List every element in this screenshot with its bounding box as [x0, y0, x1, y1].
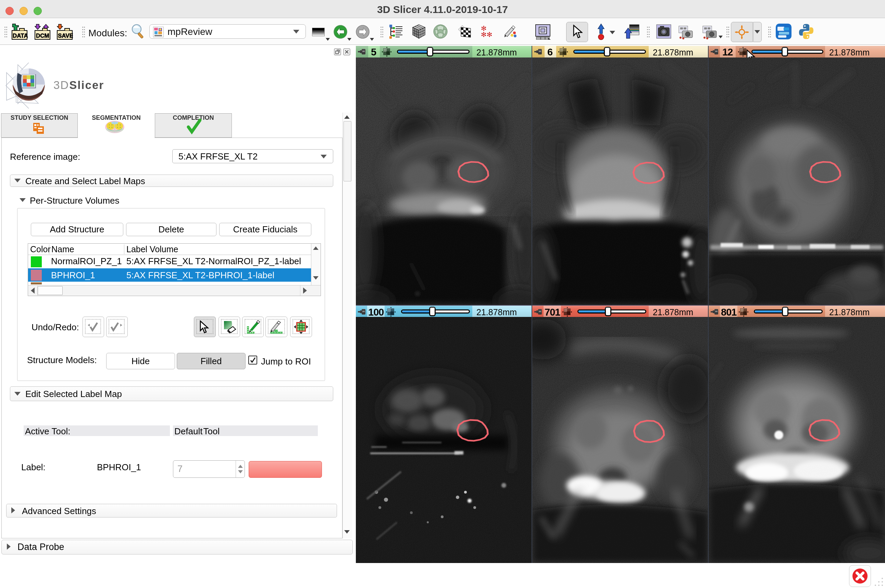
svg-text:DCM: DCM [36, 33, 49, 39]
svg-text:SAVE: SAVE [58, 33, 73, 39]
svg-text:DATA: DATA [13, 33, 28, 39]
